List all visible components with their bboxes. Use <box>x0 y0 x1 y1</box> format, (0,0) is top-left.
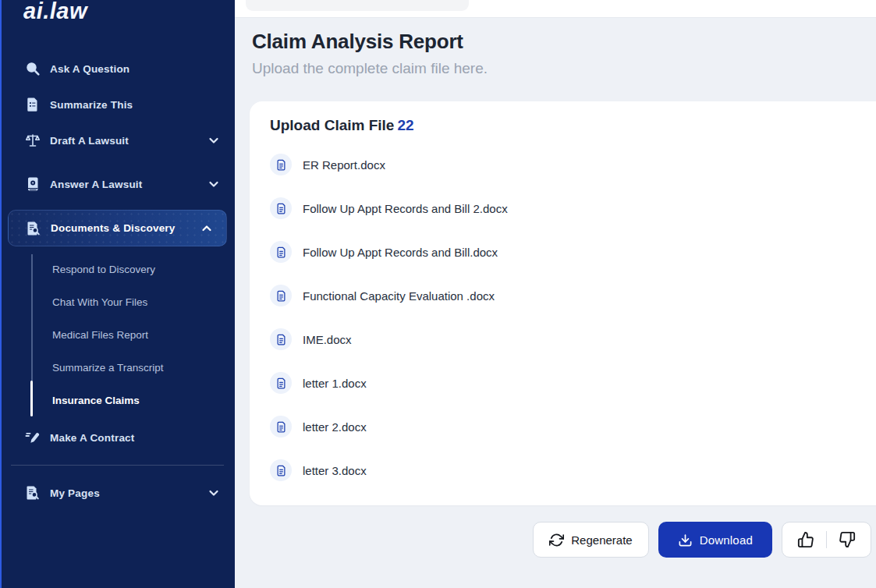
page-header: Claim Analysis Report Upload the complet… <box>235 18 876 77</box>
active-submenu-indicator <box>30 381 33 416</box>
thumbs-down-icon <box>839 531 856 548</box>
app-logo[interactable]: ai.law <box>0 0 235 24</box>
sidebar-item-label: Answer A Lawsuit <box>50 179 142 190</box>
file-row: ER Report.docx <box>270 154 870 175</box>
submenu-item-medical-files-report[interactable]: Medical Files Report <box>0 318 235 351</box>
chevron-down-icon <box>207 133 221 147</box>
feedback-group <box>782 522 871 558</box>
law-book-icon <box>23 175 42 193</box>
window-left-edge <box>0 0 2 588</box>
main-content: Claim Analysis Report Upload the complet… <box>235 0 876 588</box>
sidebar-item-label: Documents & Discovery <box>51 222 176 234</box>
sidebar-item-my-pages[interactable]: My Pages <box>0 475 235 511</box>
file-name: Follow Up Appt Records and Bill 2.docx <box>303 202 508 215</box>
regenerate-button[interactable]: Regenerate <box>533 522 648 558</box>
sidebar-item-answer-a-lawsuit[interactable]: Answer A Lawsuit <box>0 166 235 202</box>
submenu-item-label: Medical Files Report <box>52 329 148 341</box>
file-row: Follow Up Appt Records and Bill.docx <box>270 241 870 263</box>
file-name: IME.docx <box>303 333 352 346</box>
sidebar-item-label: Ask A Question <box>50 63 129 75</box>
scales-icon <box>23 131 42 150</box>
sidebar-nav: Ask A Question Summarize This Draft A La… <box>0 51 235 511</box>
file-name: Functional Capacity Evaluation .docx <box>303 289 495 303</box>
chevron-down-icon <box>207 177 221 191</box>
sidebar-item-draft-a-lawsuit[interactable]: Draft A Lawsuit <box>0 122 235 158</box>
sidebar-item-label: My Pages <box>50 487 100 499</box>
submenu-item-respond-to-discovery[interactable]: Respond to Discovery <box>0 253 235 285</box>
file-row: Functional Capacity Evaluation .docx <box>270 285 870 306</box>
file-row: letter 1.docx <box>270 372 870 394</box>
chevron-down-icon <box>207 486 221 500</box>
refresh-icon <box>549 533 564 547</box>
file-row: letter 2.docx <box>270 416 870 437</box>
file-name: letter 2.docx <box>303 420 367 434</box>
thumbs-down-button[interactable] <box>827 522 867 557</box>
thumbs-up-icon <box>797 531 814 548</box>
file-row: IME.docx <box>270 328 870 350</box>
download-label: Download <box>700 533 753 547</box>
report-actions: Regenerate Download <box>235 522 876 558</box>
submenu-item-insurance-claims[interactable]: Insurance Claims <box>0 384 235 416</box>
file-icon <box>270 372 292 394</box>
file-icon <box>270 416 292 437</box>
file-icon <box>270 197 292 219</box>
app-window: ai.law Ask A Question Summarize This Dra… <box>0 0 876 588</box>
download-icon <box>678 533 693 547</box>
page-title: Claim Analysis Report <box>252 30 876 54</box>
submenu-item-chat-with-your-files[interactable]: Chat With Your Files <box>0 285 235 318</box>
file-row: Follow Up Appt Records and Bill 2.docx <box>270 197 870 219</box>
search-icon <box>23 59 42 78</box>
file-row: letter 3.docx <box>270 459 870 481</box>
submenu-item-label: Respond to Discovery <box>52 264 155 275</box>
regenerate-label: Regenerate <box>571 533 632 547</box>
file-icon <box>270 154 292 175</box>
file-name: letter 1.docx <box>303 377 367 390</box>
file-count: 22 <box>397 117 413 133</box>
document-icon <box>23 95 42 114</box>
sidebar: ai.law Ask A Question Summarize This Dra… <box>0 0 235 588</box>
page-subtitle: Upload the complete claim file here. <box>252 60 876 77</box>
file-name: ER Report.docx <box>303 158 385 172</box>
sidebar-item-documents-and-discovery[interactable]: Documents & Discovery <box>8 210 227 246</box>
submenu-item-label: Summarize a Transcript <box>52 362 164 374</box>
sidebar-divider <box>11 465 224 466</box>
file-list: ER Report.docx Follow Up Appt Records an… <box>270 154 870 481</box>
sidebar-item-label: Make A Contract <box>50 432 135 444</box>
file-icon <box>270 328 292 350</box>
pen-icon <box>23 428 42 447</box>
file-icon <box>270 285 292 306</box>
download-button[interactable]: Download <box>658 522 772 558</box>
submenu-item-summarize-a-transcript[interactable]: Summarize a Transcript <box>0 351 235 384</box>
file-name: letter 3.docx <box>303 464 367 477</box>
sidebar-item-ask-a-question[interactable]: Ask A Question <box>0 51 235 87</box>
file-name: Follow Up Appt Records and Bill.docx <box>303 246 498 259</box>
sidebar-item-label: Draft A Lawsuit <box>50 135 129 147</box>
chevron-up-icon <box>200 221 214 236</box>
file-icon <box>270 459 292 481</box>
doc-search-icon <box>24 219 43 238</box>
sidebar-item-summarize-this[interactable]: Summarize This <box>0 87 235 122</box>
card-title-text: Upload Claim File <box>270 117 394 133</box>
upload-claim-file-card: Upload Claim File22 ER Report.docx Follo… <box>250 101 876 505</box>
thumbs-up-button[interactable] <box>786 522 826 557</box>
top-tab-bar <box>235 0 876 18</box>
sidebar-item-label: Summarize This <box>50 99 133 111</box>
documents-discovery-submenu: Respond to Discovery Chat With Your File… <box>0 253 235 420</box>
doc-search-icon <box>23 484 42 502</box>
sidebar-item-make-a-contract[interactable]: Make A Contract <box>0 420 235 455</box>
card-title: Upload Claim File22 <box>270 117 870 134</box>
file-icon <box>270 241 292 263</box>
submenu-item-label: Insurance Claims <box>52 395 140 406</box>
submenu-item-label: Chat With Your Files <box>52 296 147 308</box>
tab-track[interactable] <box>246 0 469 11</box>
